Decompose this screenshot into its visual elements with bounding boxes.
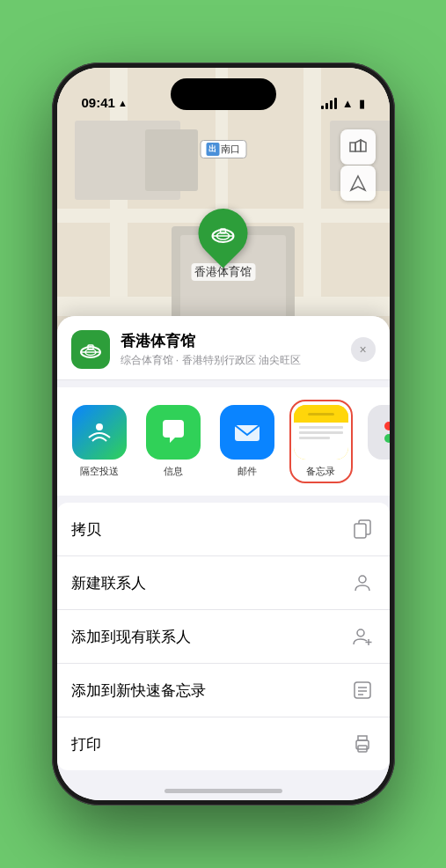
venue-marker: 香港体育馆 bbox=[191, 209, 255, 281]
svg-rect-8 bbox=[145, 129, 198, 191]
action-print[interactable]: 打印 bbox=[57, 717, 390, 770]
messages-label: 信息 bbox=[164, 465, 183, 478]
notes-top-line bbox=[308, 413, 334, 416]
phone-screen: 09:41 ▲ ▲ ▮ bbox=[57, 68, 390, 800]
notes-header bbox=[294, 405, 348, 423]
dots-row1 bbox=[384, 422, 390, 430]
sheet-header: 香港体育馆 综合体育馆 · 香港特别行政区 油尖旺区 × bbox=[57, 316, 390, 380]
action-copy[interactable]: 拷贝 bbox=[57, 503, 390, 556]
notes-body bbox=[294, 423, 348, 460]
south-exit-text: 南口 bbox=[221, 143, 240, 156]
action-list: 拷贝 新建联系人 bbox=[57, 503, 390, 770]
airdrop-label: 隔空投送 bbox=[80, 465, 119, 478]
notes-label: 备忘录 bbox=[306, 465, 335, 478]
print-icon bbox=[349, 731, 376, 757]
note-svg bbox=[353, 680, 372, 700]
svg-rect-18 bbox=[350, 143, 355, 151]
add-quick-note-label: 添加到新快速备忘录 bbox=[71, 680, 206, 701]
bottom-sheet: 香港体育馆 综合体育馆 · 香港特别行政区 油尖旺区 × bbox=[57, 316, 390, 800]
marker-pin bbox=[188, 198, 258, 268]
map-type-button[interactable] bbox=[340, 129, 376, 165]
venue-app-icon bbox=[71, 330, 110, 369]
share-item-mail[interactable]: 邮件 bbox=[216, 405, 279, 478]
print-svg bbox=[353, 734, 372, 754]
svg-rect-29 bbox=[355, 524, 366, 538]
venue-subtitle: 综合体育馆 · 香港特别行政区 油尖旺区 bbox=[121, 353, 340, 368]
svg-rect-40 bbox=[358, 736, 367, 740]
status-time: 09:41 ▲ bbox=[82, 95, 128, 110]
location-arrow-icon bbox=[349, 174, 367, 192]
close-icon: × bbox=[359, 342, 366, 357]
venue-icon-svg bbox=[210, 220, 237, 246]
print-label: 打印 bbox=[71, 734, 101, 754]
dots-row2 bbox=[384, 434, 390, 443]
svg-marker-21 bbox=[351, 176, 365, 190]
share-item-notes[interactable]: 备忘录 bbox=[289, 400, 353, 483]
more-dots bbox=[384, 422, 390, 443]
svg-marker-20 bbox=[361, 140, 366, 151]
svg-point-26 bbox=[96, 423, 103, 430]
dot-red bbox=[384, 422, 390, 430]
location-button[interactable] bbox=[340, 166, 376, 201]
map-type-icon bbox=[349, 138, 367, 156]
share-item-messages[interactable]: 信息 bbox=[142, 405, 205, 478]
copy-svg bbox=[353, 519, 372, 539]
venue-info: 香港体育馆 综合体育馆 · 香港特别行政区 油尖旺区 bbox=[121, 331, 340, 368]
venue-name: 香港体育馆 bbox=[121, 331, 340, 351]
mail-icon bbox=[220, 405, 274, 460]
airdrop-icon bbox=[72, 405, 127, 460]
map-controls[interactable] bbox=[340, 129, 376, 201]
status-icons: ▲ ▮ bbox=[321, 97, 365, 110]
copy-icon bbox=[349, 516, 376, 542]
quick-note-icon bbox=[349, 677, 376, 703]
add-contact-icon bbox=[349, 623, 376, 650]
airdrop-svg bbox=[85, 418, 113, 446]
exit-badge: 出 bbox=[206, 143, 219, 156]
south-exit-label: 出 南口 bbox=[200, 140, 246, 158]
svg-rect-34 bbox=[355, 682, 370, 698]
notes-line2 bbox=[299, 431, 343, 434]
messages-icon bbox=[146, 405, 201, 460]
wifi-icon: ▲ bbox=[342, 97, 354, 110]
new-contact-label: 新建联系人 bbox=[71, 573, 146, 593]
phone-frame: 09:41 ▲ ▲ ▮ bbox=[52, 63, 395, 805]
copy-label: 拷贝 bbox=[71, 519, 101, 540]
notes-line1 bbox=[299, 426, 343, 429]
signal-icon bbox=[321, 98, 337, 109]
mail-svg bbox=[231, 416, 263, 448]
venue-stadium-icon bbox=[78, 337, 103, 362]
share-row: 隔空投送 信息 bbox=[57, 387, 390, 496]
svg-marker-19 bbox=[355, 140, 361, 151]
share-item-airdrop[interactable]: 隔空投送 bbox=[68, 405, 131, 478]
person-add-svg bbox=[353, 627, 372, 646]
marker-icon-inner bbox=[208, 217, 239, 249]
time-display: 09:41 bbox=[82, 95, 115, 110]
close-button[interactable]: × bbox=[351, 337, 376, 362]
home-indicator bbox=[165, 789, 282, 793]
add-existing-contact-label: 添加到现有联系人 bbox=[71, 627, 191, 647]
dot-green bbox=[384, 434, 390, 443]
mail-label: 邮件 bbox=[238, 465, 257, 478]
action-add-quick-note[interactable]: 添加到新快速备忘录 bbox=[57, 664, 390, 717]
svg-point-31 bbox=[357, 629, 364, 636]
new-contact-icon bbox=[349, 570, 376, 596]
share-item-more[interactable]: 推 bbox=[363, 405, 390, 478]
battery-icon: ▮ bbox=[359, 97, 365, 110]
action-new-contact[interactable]: 新建联系人 bbox=[57, 556, 390, 610]
messages-svg bbox=[157, 416, 189, 448]
notes-line3 bbox=[299, 437, 330, 439]
svg-point-30 bbox=[359, 576, 366, 583]
location-active-icon: ▲ bbox=[118, 98, 128, 108]
more-icon bbox=[368, 405, 390, 460]
notes-icon bbox=[294, 405, 348, 460]
person-svg bbox=[353, 573, 372, 592]
action-add-existing-contact[interactable]: 添加到现有联系人 bbox=[57, 610, 390, 664]
dynamic-island bbox=[171, 78, 276, 110]
